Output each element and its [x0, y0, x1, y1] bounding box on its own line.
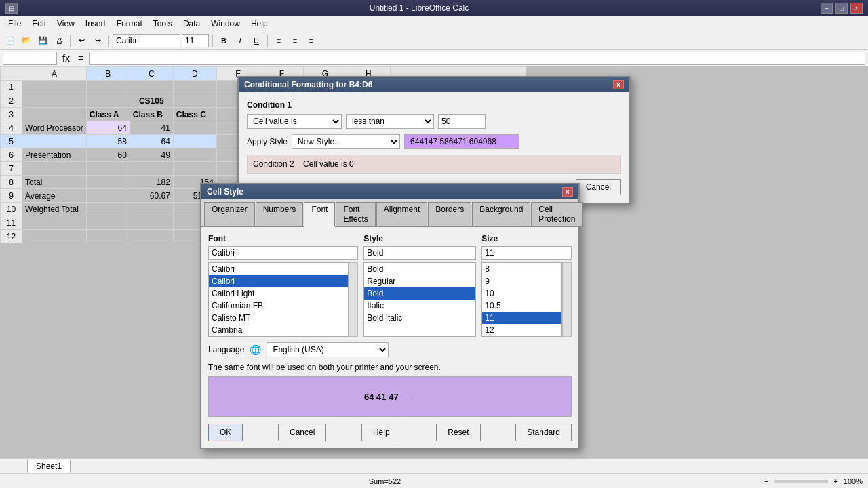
- cs-help-btn[interactable]: Help: [361, 424, 401, 441]
- cell-A9[interactable]: Average: [22, 189, 87, 203]
- zoom-out-btn[interactable]: −: [764, 477, 768, 485]
- bold-btn[interactable]: B: [216, 33, 231, 48]
- tab-font[interactable]: Font: [304, 202, 335, 227]
- align-center-btn[interactable]: ≡: [288, 33, 302, 48]
- align-left-btn[interactable]: ≡: [271, 33, 286, 48]
- font-name-field[interactable]: [208, 246, 358, 260]
- col-D[interactable]: D: [173, 67, 216, 81]
- cell-D2[interactable]: [173, 94, 216, 108]
- cell-A5[interactable]: [22, 135, 87, 148]
- cell-C8[interactable]: 182: [130, 176, 173, 189]
- redo-btn[interactable]: ↪: [90, 33, 105, 48]
- condition-value-input[interactable]: [438, 114, 486, 129]
- language-select[interactable]: English (USA): [267, 342, 389, 357]
- tab-organizer[interactable]: Organizer: [204, 202, 255, 226]
- size-field[interactable]: [481, 246, 572, 260]
- print-btn[interactable]: 🖨: [52, 33, 66, 48]
- italic-btn[interactable]: I: [233, 33, 248, 48]
- cell-B3[interactable]: Class A: [86, 108, 130, 121]
- tab-borders[interactable]: Borders: [428, 202, 471, 226]
- cell-C10[interactable]: [130, 203, 173, 216]
- style-item-bold[interactable]: Bold: [364, 287, 475, 300]
- cell-C9[interactable]: 60.67: [130, 189, 173, 203]
- cf-dialog-close-btn[interactable]: ×: [613, 80, 624, 89]
- zoom-in-btn[interactable]: +: [833, 477, 837, 485]
- cell-B2[interactable]: [86, 94, 130, 108]
- font-name-input[interactable]: [113, 34, 180, 47]
- size-item-8[interactable]: 8: [482, 263, 561, 275]
- sheet-tab-sheet1[interactable]: Sheet1: [27, 460, 71, 473]
- formula-input[interactable]: [89, 52, 865, 65]
- size-item-13[interactable]: 13: [482, 336, 561, 337]
- col-C[interactable]: C: [130, 67, 173, 81]
- cell-C7[interactable]: [130, 162, 173, 176]
- menu-tools[interactable]: Tools: [148, 18, 178, 30]
- font-item-calibri-preview[interactable]: Calibri: [209, 263, 348, 275]
- cell-B6[interactable]: 60: [86, 148, 130, 162]
- open-btn[interactable]: 📂: [19, 33, 34, 48]
- menu-view[interactable]: View: [52, 18, 80, 30]
- cell-D3[interactable]: Class C: [173, 108, 216, 121]
- font-list[interactable]: Calibri Calibri Calibri Light California…: [208, 262, 349, 337]
- menu-insert[interactable]: Insert: [80, 18, 111, 30]
- size-item-12[interactable]: 12: [482, 324, 561, 336]
- size-list[interactable]: 8 9 10 10.5 11 12 13 14 15: [481, 262, 562, 337]
- size-item-9[interactable]: 9: [482, 275, 561, 287]
- font-item-calibri[interactable]: Calibri: [209, 275, 348, 287]
- cell-D6[interactable]: [173, 148, 216, 162]
- save-btn[interactable]: 💾: [35, 33, 50, 48]
- name-box[interactable]: [3, 52, 57, 65]
- tab-numbers[interactable]: Numbers: [256, 202, 304, 226]
- cell-C5[interactable]: 64: [130, 135, 173, 148]
- cell-A8[interactable]: Total: [22, 176, 87, 189]
- menu-format[interactable]: Format: [111, 18, 148, 30]
- menu-data[interactable]: Data: [178, 18, 205, 30]
- cell-B8[interactable]: [86, 176, 130, 189]
- font-item-cambria-math[interactable]: Cambria Math: [209, 336, 348, 337]
- style-item-bold-preview[interactable]: Bold: [364, 263, 475, 275]
- undo-btn[interactable]: ↩: [74, 33, 89, 48]
- size-item-10[interactable]: 10: [482, 287, 561, 300]
- font-item-californian-fb[interactable]: Californian FB: [209, 300, 348, 312]
- size-item-11[interactable]: 11: [482, 312, 561, 324]
- menu-edit[interactable]: Edit: [26, 18, 52, 30]
- cell-B5[interactable]: 58: [86, 135, 130, 148]
- minimize-btn[interactable]: −: [821, 3, 833, 14]
- menu-help[interactable]: Help: [245, 18, 273, 30]
- cell-B10[interactable]: [86, 203, 130, 216]
- cell-C3[interactable]: Class B: [130, 108, 173, 121]
- cell-D7[interactable]: [173, 162, 216, 176]
- tab-font-effects[interactable]: Font Effects: [336, 202, 375, 226]
- cell-C2[interactable]: CS105: [130, 94, 173, 108]
- tab-alignment[interactable]: Alignment: [376, 202, 427, 226]
- font-scrollbar[interactable]: [349, 262, 358, 337]
- font-item-calibri-light[interactable]: Calibri Light: [209, 287, 348, 300]
- style-field[interactable]: [363, 246, 476, 260]
- cell-A1[interactable]: [22, 81, 87, 94]
- zoom-slider[interactable]: [774, 480, 828, 483]
- cf-cancel-btn[interactable]: Cancel: [576, 179, 621, 195]
- cs-standard-btn[interactable]: Standard: [515, 424, 572, 441]
- cell-A2[interactable]: [22, 94, 87, 108]
- cs-cancel-btn[interactable]: Cancel: [278, 424, 326, 441]
- style-item-bold-italic[interactable]: Bold Italic: [364, 312, 475, 324]
- close-btn[interactable]: ×: [850, 3, 863, 14]
- cell-A6[interactable]: Presentation: [22, 148, 87, 162]
- style-item-italic[interactable]: Italic: [364, 300, 475, 312]
- size-scrollbar[interactable]: [562, 262, 572, 337]
- cell-D5[interactable]: [173, 135, 216, 148]
- cell-A7[interactable]: [22, 162, 87, 176]
- cell-D4[interactable]: [173, 121, 216, 135]
- font-size-input[interactable]: [182, 34, 209, 47]
- cs-dialog-close-btn[interactable]: ×: [562, 187, 573, 197]
- cell-A4[interactable]: Word Processor: [22, 121, 87, 135]
- tab-cell-protection[interactable]: Cell Protection: [531, 202, 583, 226]
- cs-ok-btn[interactable]: OK: [208, 424, 243, 441]
- cell-C1[interactable]: [130, 81, 173, 94]
- font-item-calisto-mt[interactable]: Calisto MT: [209, 312, 348, 324]
- menu-window[interactable]: Window: [205, 18, 245, 30]
- operator-select[interactable]: less than: [346, 114, 434, 129]
- maximize-btn[interactable]: □: [835, 3, 848, 14]
- new-btn[interactable]: 📄: [3, 33, 18, 48]
- cs-reset-btn[interactable]: Reset: [436, 424, 480, 441]
